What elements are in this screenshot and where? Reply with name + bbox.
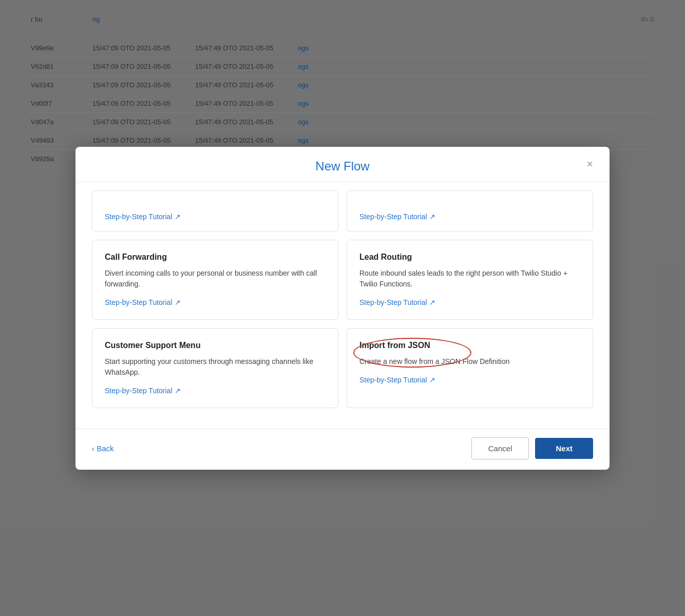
card-customer-support-menu[interactable]: Customer Support Menu Start supporting y… bbox=[92, 328, 338, 408]
tutorial-link-call-forwarding[interactable]: Step-by-Step Tutorial ↗ bbox=[105, 298, 181, 306]
external-link-icon: ↗ bbox=[175, 213, 181, 221]
tutorial-link-lead-routing[interactable]: Step-by-Step Tutorial ↗ bbox=[359, 298, 435, 306]
external-link-icon: ↗ bbox=[175, 387, 181, 395]
footer-actions: Cancel Next bbox=[471, 437, 593, 459]
external-link-icon: ↗ bbox=[175, 298, 181, 306]
card-customer-support-title: Customer Support Menu bbox=[105, 341, 326, 350]
card-top-right[interactable]: Step-by-Step Tutorial ↗ bbox=[347, 190, 593, 232]
tutorial-link-top-right[interactable]: Step-by-Step Tutorial ↗ bbox=[359, 213, 580, 221]
external-link-icon: ↗ bbox=[429, 298, 435, 306]
card-import-json-description: Create a new flow from a JSON Flow Defin… bbox=[359, 356, 580, 367]
card-top-left[interactable]: Step-by-Step Tutorial ↗ bbox=[92, 190, 338, 232]
external-link-icon: ↗ bbox=[429, 213, 435, 221]
modal-overlay: New Flow × Step-by-Step Tutorial ↗ Step-… bbox=[0, 0, 685, 616]
card-lead-routing-description: Route inbound sales leads to the right p… bbox=[359, 268, 580, 290]
back-button[interactable]: ‹ Back bbox=[92, 442, 114, 455]
next-button[interactable]: Next bbox=[535, 438, 593, 459]
card-lead-routing-title: Lead Routing bbox=[359, 253, 580, 262]
modal-body: Step-by-Step Tutorial ↗ Step-by-Step Tut… bbox=[75, 182, 610, 429]
cards-grid: Step-by-Step Tutorial ↗ Step-by-Step Tut… bbox=[92, 182, 593, 416]
tutorial-link-import-json[interactable]: Step-by-Step Tutorial ↗ bbox=[359, 376, 435, 384]
card-lead-routing[interactable]: Lead Routing Route inbound sales leads t… bbox=[347, 240, 593, 320]
external-link-icon: ↗ bbox=[429, 376, 435, 384]
modal-title: New Flow bbox=[315, 159, 369, 174]
card-call-forwarding-description: Divert incoming calls to your personal o… bbox=[105, 268, 326, 290]
card-import-json-title: Import from JSON bbox=[359, 341, 580, 350]
cancel-button[interactable]: Cancel bbox=[471, 437, 529, 459]
modal-close-button[interactable]: × bbox=[582, 157, 597, 172]
card-call-forwarding-title: Call Forwarding bbox=[105, 253, 326, 262]
card-call-forwarding[interactable]: Call Forwarding Divert incoming calls to… bbox=[92, 240, 338, 320]
tutorial-link-top-left[interactable]: Step-by-Step Tutorial ↗ bbox=[105, 213, 326, 221]
card-import-json[interactable]: Import from JSON Create a new flow from … bbox=[347, 328, 593, 408]
modal-footer: ‹ Back Cancel Next bbox=[75, 429, 610, 470]
card-customer-support-description: Start supporting your customers through … bbox=[105, 356, 326, 378]
new-flow-modal: New Flow × Step-by-Step Tutorial ↗ Step-… bbox=[75, 147, 610, 470]
tutorial-link-customer-support[interactable]: Step-by-Step Tutorial ↗ bbox=[105, 387, 181, 395]
modal-header: New Flow × bbox=[75, 147, 610, 182]
